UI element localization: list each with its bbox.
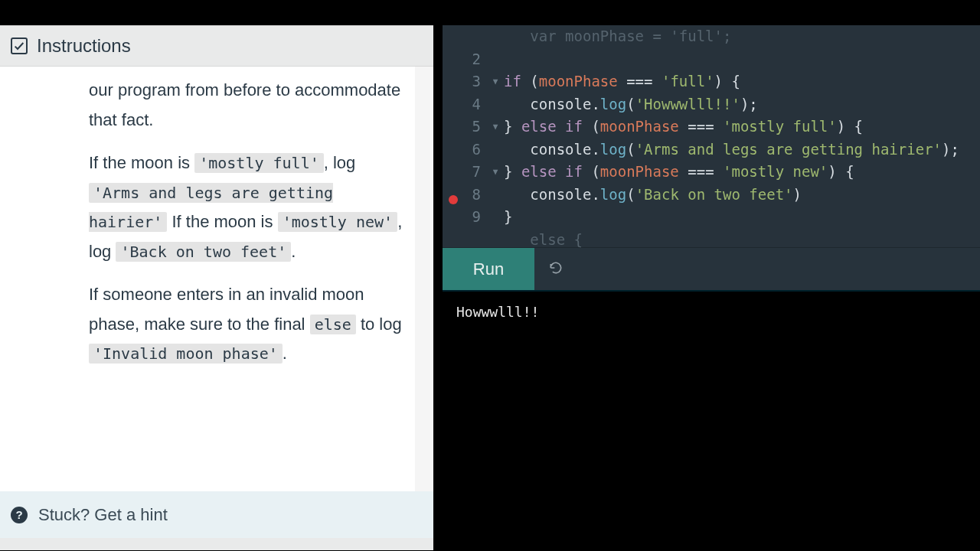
fold-marker <box>487 184 504 207</box>
line-number: 4 <box>443 93 481 116</box>
fold-marker[interactable]: ▼ <box>487 161 504 184</box>
console-output[interactable]: Howwwlll!! <box>443 290 980 550</box>
code-content[interactable]: var moonPhase = 'full'; if (moonPhase ==… <box>504 25 972 251</box>
code-panel: 2 3 4 5 6 7 8 9 ▼ ▼ ▼ <box>443 25 980 551</box>
code-line <box>504 48 972 71</box>
line-number: 7 <box>443 161 481 184</box>
line-number: 8 <box>443 184 481 207</box>
code-snippet: 'Invalid moon phase' <box>89 344 283 364</box>
line-number <box>443 229 481 252</box>
panel-gap <box>433 25 443 551</box>
instruction-paragraph: If someone enters in an invalid moon pha… <box>89 280 409 369</box>
line-number: 3 <box>443 70 481 93</box>
fold-marker <box>487 206 504 229</box>
refresh-icon <box>548 260 564 279</box>
instructions-header[interactable]: Instructions <box>0 25 433 67</box>
text: to log <box>356 315 402 334</box>
line-number: 5 <box>443 116 481 139</box>
panel-divider <box>0 538 433 550</box>
line-number: 6 <box>443 139 481 161</box>
fold-marker <box>487 139 504 161</box>
fold-marker <box>487 25 504 48</box>
run-button[interactable]: Run <box>443 248 534 290</box>
fold-gutter[interactable]: ▼ ▼ ▼ <box>487 25 504 247</box>
top-black-bar <box>0 0 980 25</box>
code-line: } else if (moonPhase === 'mostly new') { <box>504 161 972 184</box>
instruction-paragraph: our program from before to accommodate t… <box>89 76 409 135</box>
question-icon: ? <box>11 507 28 523</box>
reset-button[interactable] <box>534 248 577 290</box>
code-line: } <box>504 206 972 229</box>
console-line: Howwwlll!! <box>456 304 966 320</box>
text: , log <box>324 153 356 172</box>
fold-marker <box>487 93 504 116</box>
instruction-paragraph: If the moon is 'mostly full', log 'Arms … <box>89 148 409 266</box>
code-line: } else if (moonPhase === 'mostly full') … <box>504 116 972 139</box>
code-snippet: 'mostly new' <box>278 212 398 232</box>
code-snippet: 'mostly full' <box>194 153 324 173</box>
line-number: 2 <box>443 48 481 71</box>
text: . <box>283 344 287 363</box>
code-line: console.log('Back on two feet') <box>504 184 972 207</box>
code-line: else { <box>504 229 972 252</box>
text: our program from before to accommodate t… <box>89 80 400 129</box>
fold-marker[interactable]: ▼ <box>487 116 504 139</box>
run-label: Run <box>473 259 504 279</box>
line-number-gutter[interactable]: 2 3 4 5 6 7 8 9 <box>443 25 487 247</box>
code-line: if (moonPhase === 'full') { <box>504 70 972 93</box>
checkbox-icon <box>11 37 28 54</box>
breakpoint-icon[interactable] <box>449 195 458 204</box>
code-line: console.log('Arms and legs are getting h… <box>504 139 972 161</box>
text: If the moon is <box>167 212 277 231</box>
instructions-panel: Instructions our program from before to … <box>0 25 433 551</box>
fold-marker[interactable]: ▼ <box>487 70 504 93</box>
hint-label: Stuck? Get a hint <box>38 505 168 525</box>
fold-marker <box>487 229 504 252</box>
fold-marker <box>487 48 504 71</box>
text: If the moon is <box>89 153 194 172</box>
app-root: Instructions our program from before to … <box>0 0 980 551</box>
code-line: console.log('Howwwlll!!'); <box>504 93 972 116</box>
code-line: var moonPhase = 'full'; <box>504 28 731 44</box>
code-snippet: else <box>310 315 356 334</box>
instructions-title: Instructions <box>37 35 131 57</box>
line-number: 9 <box>443 206 481 229</box>
text: . <box>291 242 296 261</box>
run-toolbar: Run <box>443 247 980 290</box>
code-snippet: 'Back on two feet' <box>116 242 291 262</box>
code-editor[interactable]: 2 3 4 5 6 7 8 9 ▼ ▼ ▼ <box>443 25 980 247</box>
scrollbar[interactable] <box>415 67 433 491</box>
hint-button[interactable]: ? Stuck? Get a hint <box>0 491 433 538</box>
line-number <box>443 25 481 48</box>
instructions-body: our program from before to accommodate t… <box>0 67 433 466</box>
